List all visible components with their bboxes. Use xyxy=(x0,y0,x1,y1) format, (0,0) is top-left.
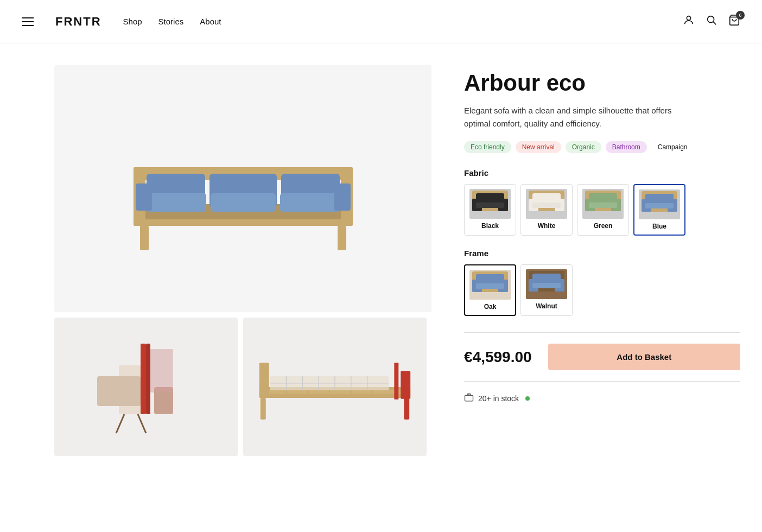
product-description: Elegant sofa with a clean and simple sil… xyxy=(464,104,676,130)
fabric-black[interactable]: Black xyxy=(464,184,516,236)
svg-rect-66 xyxy=(645,203,674,208)
search-button[interactable] xyxy=(706,14,717,29)
hamburger-menu[interactable] xyxy=(22,17,34,26)
gallery-thumbnails xyxy=(54,318,431,456)
svg-line-25 xyxy=(116,414,124,433)
svg-rect-6 xyxy=(338,226,346,250)
svg-rect-51 xyxy=(476,202,504,208)
tag-bathroom[interactable]: Bathroom xyxy=(606,141,647,153)
tag-campaign[interactable]: Campaign xyxy=(651,141,694,153)
stock-indicator xyxy=(525,396,530,401)
svg-rect-16 xyxy=(280,193,340,212)
main-nav: Shop Stories About xyxy=(123,17,221,26)
svg-rect-76 xyxy=(532,283,561,288)
frame-walnut-label: Walnut xyxy=(525,302,568,310)
add-to-basket-button[interactable]: Add to Basket xyxy=(548,344,740,370)
frame-walnut-thumb xyxy=(526,269,567,299)
gallery-thumb-2[interactable] xyxy=(243,318,427,456)
svg-rect-14 xyxy=(147,193,206,212)
header-right: 6 xyxy=(683,14,740,29)
nav-about[interactable]: About xyxy=(200,17,221,26)
fabric-black-thumb xyxy=(469,189,511,219)
frame-oak[interactable]: Oak xyxy=(464,264,516,316)
svg-rect-24 xyxy=(150,349,173,392)
svg-rect-17 xyxy=(136,183,152,211)
stock-label: 20+ in stock xyxy=(478,394,519,403)
fabric-green[interactable]: Green xyxy=(577,184,629,236)
svg-rect-5 xyxy=(140,226,149,250)
svg-rect-35 xyxy=(401,371,410,399)
svg-rect-18 xyxy=(334,183,351,211)
cart-button[interactable]: 6 xyxy=(728,14,740,29)
gallery-thumb-1[interactable] xyxy=(54,318,238,456)
tag-organic[interactable]: Organic xyxy=(566,141,601,153)
cart-badge: 6 xyxy=(736,11,745,20)
frame-oak-thumb xyxy=(469,270,511,300)
account-button[interactable] xyxy=(683,14,695,29)
fabric-white-thumb xyxy=(526,189,567,219)
header: FRNTR Shop Stories About 6 xyxy=(0,0,762,43)
frame-walnut[interactable]: Walnut xyxy=(520,264,573,316)
thumb1-svg xyxy=(75,333,217,441)
svg-rect-38 xyxy=(404,397,409,419)
nav-stories[interactable]: Stories xyxy=(158,17,184,26)
product-price: €4,599.00 xyxy=(464,349,532,366)
logo: FRNTR xyxy=(55,15,101,29)
divider xyxy=(464,332,740,333)
product-tags: Eco friendly New arrival Organic Bathroo… xyxy=(464,141,740,153)
product-detail: Arbour eco Elegant sofa with a clean and… xyxy=(464,65,740,456)
svg-point-1 xyxy=(708,16,714,22)
tag-new-arrival[interactable]: New arrival xyxy=(516,141,561,153)
gallery-main-image xyxy=(54,65,431,312)
svg-rect-34 xyxy=(259,363,269,398)
tag-eco-friendly[interactable]: Eco friendly xyxy=(464,141,511,153)
fabric-white[interactable]: White xyxy=(520,184,573,236)
stock-row: 20+ in stock xyxy=(464,392,740,404)
svg-rect-36 xyxy=(394,363,398,400)
stock-icon xyxy=(464,392,474,404)
svg-rect-61 xyxy=(589,202,617,208)
svg-rect-22 xyxy=(97,376,141,406)
fabric-black-label: Black xyxy=(469,222,511,230)
divider-2 xyxy=(464,381,740,382)
main-sofa-svg xyxy=(102,113,384,265)
fabric-blue-thumb xyxy=(639,189,680,219)
svg-rect-28 xyxy=(265,389,405,394)
nav-shop[interactable]: Shop xyxy=(123,17,142,26)
frame-oak-label: Oak xyxy=(469,303,511,311)
frame-section-label: Frame xyxy=(464,249,740,258)
fabric-green-label: Green xyxy=(582,222,624,230)
product-title: Arbour eco xyxy=(464,71,740,96)
main-content: Arbour eco Elegant sofa with a clean and… xyxy=(0,43,762,478)
svg-rect-77 xyxy=(465,395,473,401)
product-gallery xyxy=(54,65,431,456)
fabric-green-thumb xyxy=(582,189,624,219)
fabric-blue-label: Blue xyxy=(639,223,680,230)
svg-line-2 xyxy=(713,22,716,24)
fabric-blue[interactable]: Blue xyxy=(633,184,685,236)
fabric-section-label: Fabric xyxy=(464,168,740,178)
fabric-options: Black White xyxy=(464,184,740,236)
svg-rect-71 xyxy=(476,283,504,289)
svg-rect-56 xyxy=(532,202,561,208)
svg-rect-21 xyxy=(146,344,150,414)
purchase-row: €4,599.00 Add to Basket xyxy=(464,344,740,370)
frame-options: Oak Walnut xyxy=(464,264,740,316)
thumb2-svg xyxy=(243,333,427,441)
svg-rect-20 xyxy=(141,344,146,414)
header-left: FRNTR Shop Stories About xyxy=(22,15,221,29)
svg-line-26 xyxy=(138,414,146,433)
fabric-white-label: White xyxy=(525,222,568,230)
svg-rect-15 xyxy=(211,193,276,212)
svg-rect-37 xyxy=(261,397,266,419)
svg-point-0 xyxy=(687,16,690,20)
